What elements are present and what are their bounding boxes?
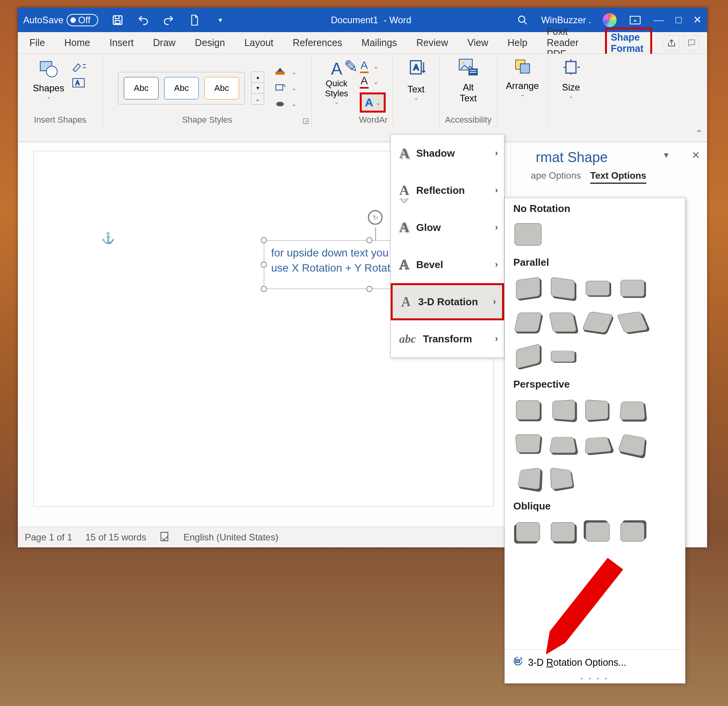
style-gallery-arrows[interactable]: ▴▾⌄ — [251, 72, 264, 105]
redo-icon[interactable] — [162, 13, 176, 27]
preset-persp-8[interactable] — [618, 430, 647, 459]
tab-review[interactable]: Review — [412, 35, 452, 51]
preset-parallel-8[interactable] — [618, 308, 647, 337]
style-preset-3[interactable]: Abc — [204, 77, 239, 99]
menu-glow[interactable]: AGlow› — [391, 209, 504, 246]
handle-s[interactable] — [366, 286, 373, 292]
minimize-icon[interactable]: — — [654, 14, 664, 26]
tab-draw[interactable]: Draw — [149, 35, 179, 51]
tab-home[interactable]: Home — [60, 35, 94, 51]
menu-shadow[interactable]: AShadow› — [391, 135, 504, 172]
shape-fill-button[interactable]: ⌄ — [274, 66, 296, 78]
search-icon[interactable] — [516, 13, 530, 27]
preset-persp-5[interactable] — [513, 430, 543, 459]
handle-w[interactable] — [261, 262, 267, 268]
preset-persp-4[interactable] — [618, 396, 647, 425]
preset-parallel-5[interactable] — [513, 308, 543, 337]
pane-close-icon[interactable]: ✕ — [692, 149, 700, 161]
status-words[interactable]: 15 of 15 words — [85, 532, 146, 543]
svg-rect-20 — [566, 62, 576, 73]
spellcheck-icon[interactable] — [159, 531, 170, 544]
pane-tab-text-options[interactable]: Text Options — [590, 170, 646, 184]
panel-resize-grip[interactable]: • • • • — [505, 675, 685, 683]
text-outline-button[interactable]: A⌄ — [360, 75, 386, 89]
alt-text-label[interactable]: AltText — [460, 82, 477, 104]
preset-parallel-9[interactable] — [513, 342, 543, 371]
preset-persp-2[interactable] — [548, 396, 578, 425]
text-effects-button[interactable]: A⌄ — [360, 92, 386, 113]
tab-view[interactable]: View — [463, 35, 492, 51]
preset-oblique-3[interactable] — [583, 518, 612, 547]
pane-tab-shape-options[interactable]: Shape Options — [520, 170, 581, 184]
tab-help[interactable]: Help — [504, 35, 531, 51]
arrange-label[interactable]: Arrange — [506, 80, 539, 91]
tab-layout[interactable]: Layout — [241, 35, 277, 51]
menu-reflection[interactable]: AAReflection› — [391, 172, 504, 209]
maximize-icon[interactable]: □ — [675, 14, 682, 26]
tab-mailings[interactable]: Mailings — [358, 35, 401, 51]
pane-dropdown-icon[interactable]: ▼ — [662, 151, 670, 160]
menu-3d-rotation[interactable]: A3-D Rotation› — [391, 283, 504, 320]
preset-parallel-4[interactable] — [618, 274, 647, 303]
menu-bevel[interactable]: ABevel› — [391, 246, 504, 283]
edit-shape-icon[interactable] — [72, 62, 87, 74]
save-icon[interactable] — [111, 13, 125, 27]
tab-insert[interactable]: Insert — [106, 35, 138, 51]
shapes-label[interactable]: Shapes — [33, 83, 64, 94]
rotation-options-link[interactable]: 3-D Rotation Options... — [505, 649, 685, 675]
rotate-handle-icon[interactable]: ↻ — [368, 210, 383, 225]
text-direction-icon[interactable]: A — [407, 58, 426, 81]
quick-styles-button[interactable]: A✎ Quick Styles ⌄ — [319, 59, 354, 105]
text-label[interactable]: Text — [407, 84, 424, 95]
size-label[interactable]: Size — [562, 82, 580, 93]
ribbon-tabs: File Home Insert Draw Design Layout Refe… — [18, 32, 707, 54]
preset-no-rotation[interactable] — [513, 220, 543, 250]
tab-design[interactable]: Design — [191, 35, 229, 51]
textbox-icon[interactable]: A — [72, 78, 87, 90]
text-fill-button[interactable]: A⌄ — [360, 59, 386, 73]
preset-parallel-2[interactable] — [548, 274, 578, 303]
preset-persp-7[interactable] — [583, 430, 612, 459]
preset-persp-6[interactable] — [548, 430, 578, 459]
arrange-icon[interactable] — [513, 58, 532, 78]
preset-persp-10[interactable] — [548, 464, 578, 493]
tab-file[interactable]: File — [26, 35, 49, 51]
tab-references[interactable]: References — [289, 35, 346, 51]
preset-oblique-4[interactable] — [618, 518, 647, 547]
size-icon[interactable] — [562, 58, 580, 80]
share-icon[interactable] — [664, 35, 679, 51]
shape-outline-button[interactable]: ⌄ — [274, 82, 296, 94]
style-preset-1[interactable]: Abc — [124, 77, 159, 99]
status-language[interactable]: English (United States) — [183, 532, 278, 543]
preset-oblique-2[interactable] — [548, 518, 578, 547]
alt-text-icon[interactable] — [458, 58, 479, 80]
comments-icon[interactable] — [684, 35, 699, 51]
preset-persp-1[interactable] — [513, 396, 543, 425]
user-avatar-icon[interactable] — [603, 13, 617, 27]
handle-nw[interactable] — [261, 237, 267, 243]
group-wordart: A✎ Quick Styles ⌄ A⌄ A⌄ A⌄ WordAr — [312, 54, 393, 127]
handle-sw[interactable] — [261, 286, 267, 292]
preset-parallel-3[interactable] — [583, 274, 612, 303]
close-icon[interactable]: ✕ — [693, 14, 702, 26]
qat-more-icon[interactable]: ▾ — [213, 13, 227, 27]
autosave-toggle[interactable]: Off — [67, 14, 98, 26]
app-suffix: - Word — [384, 15, 412, 26]
preset-persp-9[interactable] — [513, 464, 543, 493]
preset-parallel-7[interactable] — [583, 308, 612, 337]
menu-transform[interactable]: abcTransform› — [391, 320, 504, 357]
preset-parallel-6[interactable] — [548, 308, 578, 337]
preset-parallel-10[interactable] — [548, 342, 578, 371]
style-preset-2[interactable]: Abc — [164, 77, 199, 99]
handle-n[interactable] — [366, 237, 373, 243]
collapse-ribbon-icon[interactable]: ⌃ — [696, 128, 702, 138]
shapes-icon[interactable] — [33, 60, 64, 81]
new-doc-icon[interactable] — [187, 13, 201, 27]
ribbon-display-icon[interactable] — [628, 13, 642, 27]
preset-parallel-1[interactable] — [513, 274, 543, 303]
shape-effects-button[interactable]: ⌄ — [274, 98, 296, 110]
preset-persp-3[interactable] — [583, 396, 612, 425]
undo-icon[interactable] — [136, 13, 150, 27]
status-page[interactable]: Page 1 of 1 — [25, 532, 72, 543]
preset-oblique-1[interactable] — [513, 518, 543, 547]
